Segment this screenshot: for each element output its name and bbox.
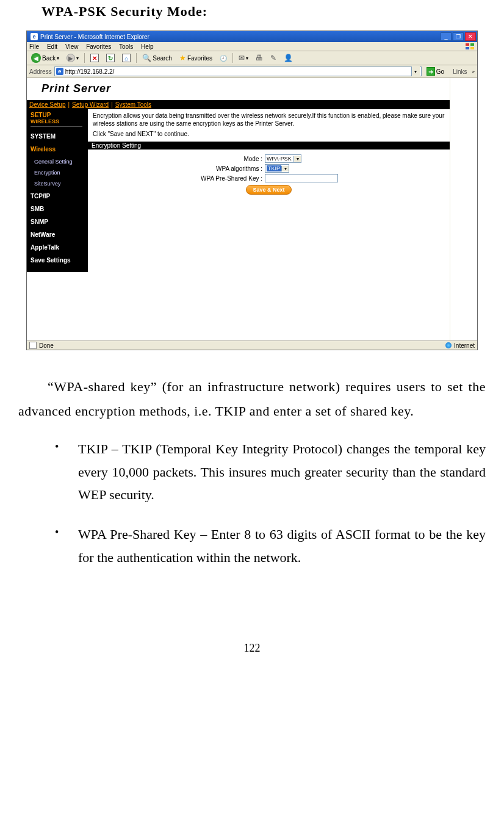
section-heading: WPA-PSK Security Mode: <box>41 4 492 20</box>
toolbar-separator <box>136 53 137 63</box>
forward-button[interactable]: ▶ ▾ <box>65 53 81 63</box>
list-item: WPA Pre-Shared Key – Enter 8 to 63 digit… <box>49 523 486 569</box>
sidebar-item-wireless[interactable]: Wireless <box>31 146 88 153</box>
algorithms-label: WPA algorithms : <box>88 165 265 172</box>
globe-icon <box>445 342 452 348</box>
document-icon <box>29 342 37 349</box>
status-zone: Internet <box>454 342 475 349</box>
edit-button[interactable]: ✎ <box>268 53 278 63</box>
psk-label: WPA Pre-Shared Key : <box>88 175 265 182</box>
mail-icon: ✉ <box>239 54 245 62</box>
print-button[interactable]: 🖶 <box>254 53 265 63</box>
mode-value: WPA-PSK <box>267 156 292 162</box>
tab-separator: | <box>68 101 70 108</box>
address-bar: Address e http://192.168.2.2/ ▾ ➜ Go Lin… <box>27 65 477 78</box>
content-gutter <box>450 78 477 340</box>
body-paragraph: “WPA-shared key” (for an infrastructure … <box>18 375 486 423</box>
sidebar-item-netware[interactable]: NetWare <box>31 231 88 238</box>
minimize-button[interactable]: _ <box>441 32 452 41</box>
back-label: Back <box>42 55 56 62</box>
tab-setup-wizard[interactable]: Setup Wizard <box>72 101 109 108</box>
links-chevron-icon[interactable]: » <box>472 69 475 74</box>
menu-help[interactable]: Help <box>141 43 154 50</box>
refresh-icon: ↻ <box>106 54 115 62</box>
search-button[interactable]: 🔍 Search <box>140 53 174 63</box>
back-button[interactable]: ◀ Back ▾ <box>29 52 61 63</box>
tab-separator: | <box>111 101 113 108</box>
menu-bar: File Edit View Favorites Tools Help <box>27 42 477 51</box>
sidebar-sub-general-setting[interactable]: General Setting <box>34 159 88 165</box>
status-bar: Done Internet <box>27 340 477 350</box>
home-button[interactable]: ⌂ <box>120 53 132 63</box>
menu-tools[interactable]: Tools <box>119 43 133 50</box>
bullet-list: TKIP – TKIP (Temporal Key Integrity Prot… <box>49 438 486 569</box>
address-input[interactable]: e http://192.168.2.2/ ▾ <box>54 67 422 76</box>
window-titlebar: e Print Server - Microsoft Internet Expl… <box>27 31 477 42</box>
stop-icon: ✕ <box>90 54 99 62</box>
back-icon: ◀ <box>31 53 41 63</box>
go-label: Go <box>436 68 444 75</box>
status-text: Done <box>39 342 54 349</box>
favorites-button[interactable]: ★ Favorites <box>178 53 214 63</box>
links-label[interactable]: Links <box>449 68 469 75</box>
menu-favorites[interactable]: Favorites <box>86 43 111 50</box>
window-title: Print Server - Microsoft Internet Explor… <box>40 34 149 40</box>
algorithms-value: TKIP <box>267 165 281 171</box>
forward-icon: ▶ <box>67 54 75 62</box>
page-content: Print Server Device Setup | Setup Wizard… <box>27 78 477 340</box>
maximize-button[interactable]: ❐ <box>453 32 464 41</box>
mode-label: Mode : <box>88 156 265 162</box>
search-icon: 🔍 <box>142 54 151 62</box>
save-next-instruction: Click "Save and NEXT" to continue. <box>88 128 450 140</box>
sidebar-item-system[interactable]: SYSTEM <box>31 133 88 140</box>
address-dropdown-icon[interactable]: ▾ <box>411 67 420 76</box>
sidebar-sub-encryption[interactable]: Encryption <box>34 170 88 176</box>
save-next-button[interactable]: Save & Next <box>246 185 291 195</box>
ie-icon: e <box>31 33 38 40</box>
list-item: TKIP – TKIP (Temporal Key Integrity Prot… <box>49 438 486 506</box>
psk-input[interactable] <box>265 174 338 182</box>
chevron-down-icon: ▾ <box>293 156 301 162</box>
tab-system-tools[interactable]: System Tools <box>115 101 151 108</box>
address-label: Address <box>29 68 52 75</box>
top-tabs: Device Setup | Setup Wizard | System Too… <box>27 100 450 109</box>
sidebar-wireless-header: WIRELESS <box>31 118 82 127</box>
menu-file[interactable]: File <box>29 43 39 50</box>
mode-select[interactable]: WPA-PSK ▾ <box>265 154 301 163</box>
menu-view[interactable]: View <box>65 43 79 50</box>
browser-toolbar: ◀ Back ▾ ▶ ▾ ✕ ↻ ⌂ 🔍 Search ★ Favorites … <box>27 51 477 65</box>
chevron-down-icon: ▾ <box>281 166 289 171</box>
sidebar-item-smb[interactable]: SMB <box>31 206 88 212</box>
stop-button[interactable]: ✕ <box>88 53 101 63</box>
toolbar-separator <box>232 53 233 63</box>
history-icon: 🕘 <box>220 55 227 62</box>
browser-window: e Print Server - Microsoft Internet Expl… <box>26 31 478 350</box>
main-area: Encryption allows your data being transm… <box>88 109 450 272</box>
encryption-description: Encryption allows your data being transm… <box>88 109 450 128</box>
sidebar-sub-sitesurvey[interactable]: SiteSurvey <box>34 181 88 187</box>
app-title: Print Server <box>27 78 450 100</box>
sidebar-setup: SETUP <box>31 112 88 118</box>
windows-flag-icon <box>465 43 475 50</box>
favorites-label: Favorites <box>187 55 212 62</box>
close-button[interactable]: ✕ <box>465 32 476 41</box>
messenger-icon: 👤 <box>284 54 293 62</box>
search-label: Search <box>153 55 172 62</box>
print-icon: 🖶 <box>256 54 263 62</box>
sidebar-item-appletalk[interactable]: AppleTalk <box>31 244 88 251</box>
edit-icon: ✎ <box>270 54 276 62</box>
page-icon: e <box>56 68 63 75</box>
algorithms-select[interactable]: TKIP ▾ <box>265 164 289 173</box>
menu-edit[interactable]: Edit <box>47 43 57 50</box>
sidebar-item-snmp[interactable]: SNMP <box>31 218 88 225</box>
sidebar-item-save-settings[interactable]: Save Settings <box>31 257 88 264</box>
mail-button[interactable]: ✉▾ <box>237 53 250 63</box>
sidebar: SETUP WIRELESS SYSTEM Wireless General S… <box>27 109 88 272</box>
refresh-button[interactable]: ↻ <box>104 53 117 63</box>
history-button[interactable]: 🕘 <box>218 54 229 62</box>
page-number: 122 <box>12 642 492 655</box>
sidebar-item-tcpip[interactable]: TCP/IP <box>31 193 88 200</box>
messenger-button[interactable]: 👤 <box>282 53 295 63</box>
tab-device-setup[interactable]: Device Setup <box>29 101 65 108</box>
go-button[interactable]: ➜ Go <box>424 67 447 76</box>
